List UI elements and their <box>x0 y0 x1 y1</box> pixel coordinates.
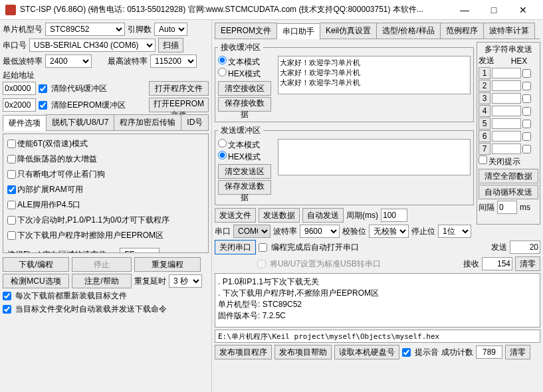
addr2-input[interactable] <box>3 98 36 112</box>
interval-input[interactable] <box>497 201 517 214</box>
mb-7-hex[interactable] <box>522 145 531 153</box>
mb-2-hex[interactable] <box>522 82 531 90</box>
send-data-button[interactable]: 发送数据 <box>259 208 300 223</box>
mb-2-input[interactable] <box>492 80 521 91</box>
close-port-button[interactable]: 关闭串口 <box>215 240 256 254</box>
tab-example[interactable]: 范例程序 <box>440 23 484 39</box>
help-button[interactable]: 注意/帮助 <box>72 274 132 288</box>
send-file-button[interactable]: 发送文件 <box>215 208 256 223</box>
mb-3-hex[interactable] <box>522 94 531 103</box>
download-button[interactable]: 下载/编程 <box>3 257 69 272</box>
tab-id[interactable]: ID号 <box>181 114 209 130</box>
log-area[interactable]: . P1.0和P1.1与下次下载无关 . 下次下载用户程序时,不擦除用户EEPR… <box>215 273 540 328</box>
addr1-input[interactable] <box>3 82 36 95</box>
snd-textarea[interactable] <box>278 139 471 175</box>
opt-ram-checkbox[interactable] <box>7 185 16 194</box>
opt-6t-checkbox[interactable] <box>7 140 16 148</box>
period-input[interactable] <box>381 209 407 222</box>
mb-5-hex[interactable] <box>522 120 531 128</box>
snd-text-radio[interactable] <box>218 139 227 147</box>
mb-7[interactable]: 7 <box>479 143 490 155</box>
app-icon <box>5 5 16 15</box>
opt-ale-checkbox[interactable] <box>7 201 16 209</box>
rx-value <box>482 257 512 270</box>
mb-7-input[interactable] <box>492 144 521 154</box>
rcv-hex-radio[interactable] <box>218 68 227 76</box>
rcv-text-radio[interactable] <box>218 56 227 64</box>
read-disk-button[interactable]: 读取本机硬盘号 <box>334 345 399 359</box>
mb-6-input[interactable] <box>492 131 521 142</box>
opt-wdt-checkbox[interactable] <box>7 170 16 179</box>
baud-label: 波特率 <box>273 226 297 237</box>
check-mcu-button[interactable]: 检测MCU选项 <box>3 274 69 288</box>
mb-6-hex[interactable] <box>522 132 531 141</box>
mb-4-hex[interactable] <box>522 107 531 116</box>
close-hint-checkbox[interactable] <box>479 155 487 164</box>
tab-serial-helper[interactable]: 串口助手 <box>276 23 320 39</box>
clear-snd-button[interactable]: 清空发送区 <box>218 164 271 179</box>
maxbaud-select[interactable]: 115200 <box>150 54 197 68</box>
mcu-select[interactable]: STC89C52 <box>45 23 125 36</box>
pins-select[interactable]: Auto <box>154 23 187 36</box>
flash-fill-select[interactable]: FF <box>120 248 160 253</box>
pub-help-button[interactable]: 发布项目帮助 <box>274 345 332 359</box>
mb-4-input[interactable] <box>492 106 521 116</box>
tab-keil[interactable]: Keil仿真设置 <box>320 23 377 39</box>
scan-button[interactable]: 扫描 <box>158 38 183 52</box>
mb-1-hex[interactable] <box>522 69 531 78</box>
rx-label: 接收 <box>463 258 479 270</box>
port-select[interactable]: USB-SERIAL CH340 (COM6) <box>29 39 156 52</box>
close-button[interactable]: ✕ <box>508 1 538 19</box>
tab-offline[interactable]: 脱机下载/U8/U7 <box>46 114 114 130</box>
open-prog-button[interactable]: 打开程序文件 <box>149 81 209 96</box>
mb-4[interactable]: 4 <box>479 105 490 117</box>
minimize-button[interactable]: — <box>450 1 479 19</box>
delay-label: 重复延时 <box>134 276 166 287</box>
mb-3[interactable]: 3 <box>479 92 490 104</box>
delay-select[interactable]: 3 秒 <box>169 274 202 288</box>
tab-encrypt[interactable]: 程序加密后传输 <box>114 114 181 130</box>
maximize-button[interactable]: □ <box>479 1 508 19</box>
mb-3-input[interactable] <box>492 93 521 104</box>
mb-6[interactable]: 6 <box>479 130 490 142</box>
autoload-checkbox[interactable] <box>3 305 11 314</box>
clear-zero2-button[interactable]: 清零 <box>505 345 530 359</box>
reprogram-button[interactable]: 重复编程 <box>134 257 201 272</box>
auto-cycle-button[interactable]: 自动循环发送 <box>479 185 538 199</box>
baud-select[interactable]: 9600 <box>300 225 340 238</box>
stopbit-select[interactable]: 1位 <box>438 225 471 238</box>
opt-erase-checkbox[interactable] <box>7 231 16 240</box>
auto-send-button[interactable]: 自动发送 <box>302 208 344 223</box>
save-snd-button[interactable]: 保存发送数据 <box>218 180 271 195</box>
rcv-textarea[interactable]: 大家好！欢迎学习单片机 大家好！欢迎学习单片机 大家好！欢迎学习单片机 <box>278 56 471 94</box>
period-label: 周期(ms) <box>346 210 378 221</box>
opt-gain-checkbox[interactable] <box>7 155 16 163</box>
pub-prog-button[interactable]: 发布项目程序 <box>215 345 272 359</box>
opt-cold-checkbox[interactable] <box>7 216 16 225</box>
parity-select[interactable]: 无校验 <box>369 225 409 238</box>
clear-rcv-button[interactable]: 清空接收区 <box>218 81 271 96</box>
clear-code-checkbox[interactable] <box>39 84 47 93</box>
port2-select[interactable]: COM6 <box>233 225 271 238</box>
tab-price[interactable]: 选型/价格/样品 <box>376 23 441 39</box>
mb-1-input[interactable] <box>492 68 521 78</box>
minbaud-label: 最低波特率 <box>3 56 43 67</box>
tab-eeprom-file[interactable]: EEPROM文件 <box>215 23 277 39</box>
open-eeprom-button[interactable]: 打开EEPROM文件 <box>149 98 209 112</box>
mb-5[interactable]: 5 <box>479 118 490 130</box>
tab-hardware[interactable]: 硬件选项 <box>3 115 47 131</box>
snd-hex-radio[interactable] <box>218 151 227 159</box>
auto-open-checkbox[interactable] <box>259 243 267 252</box>
tab-baudcalc[interactable]: 波特率计算 <box>483 23 535 39</box>
mb-5-input[interactable] <box>492 118 521 129</box>
clear-eeprom-checkbox[interactable] <box>39 101 47 110</box>
clear-all-button[interactable]: 清空全部数据 <box>479 169 538 183</box>
mb-1[interactable]: 1 <box>479 67 490 79</box>
reload-checkbox[interactable] <box>3 292 11 300</box>
minbaud-select[interactable]: 2400 <box>45 54 92 68</box>
clear-zero-button[interactable]: 清零 <box>515 256 540 271</box>
beep-checkbox[interactable] <box>402 348 411 357</box>
mb-2[interactable]: 2 <box>479 80 490 92</box>
save-rcv-button[interactable]: 保存接收数据 <box>218 97 271 112</box>
options-panel: 使能6T(双倍速)模式 降低振荡器的放大增益 只有断电才可停止看门狗 内部扩展R… <box>3 134 209 253</box>
